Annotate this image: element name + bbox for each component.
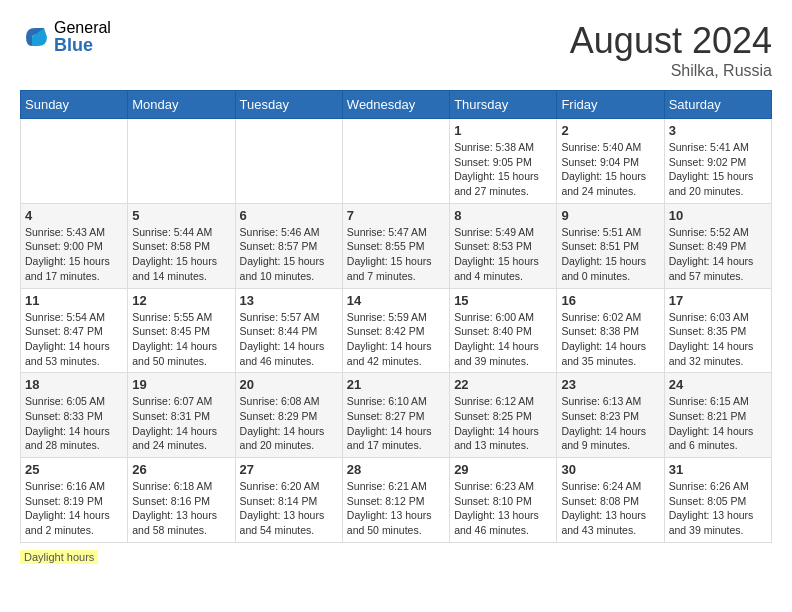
calendar-cell: 15Sunrise: 6:00 AM Sunset: 8:40 PM Dayli… bbox=[450, 288, 557, 373]
day-info: Sunrise: 5:41 AM Sunset: 9:02 PM Dayligh… bbox=[669, 140, 767, 199]
day-number: 17 bbox=[669, 293, 767, 308]
day-info: Sunrise: 5:52 AM Sunset: 8:49 PM Dayligh… bbox=[669, 225, 767, 284]
day-number: 10 bbox=[669, 208, 767, 223]
logo-general: General bbox=[54, 20, 111, 36]
day-number: 5 bbox=[132, 208, 230, 223]
day-info: Sunrise: 6:10 AM Sunset: 8:27 PM Dayligh… bbox=[347, 394, 445, 453]
calendar-cell: 4Sunrise: 5:43 AM Sunset: 9:00 PM Daylig… bbox=[21, 203, 128, 288]
calendar-cell: 23Sunrise: 6:13 AM Sunset: 8:23 PM Dayli… bbox=[557, 373, 664, 458]
day-info: Sunrise: 5:44 AM Sunset: 8:58 PM Dayligh… bbox=[132, 225, 230, 284]
calendar-week: 18Sunrise: 6:05 AM Sunset: 8:33 PM Dayli… bbox=[21, 373, 772, 458]
calendar-cell: 17Sunrise: 6:03 AM Sunset: 8:35 PM Dayli… bbox=[664, 288, 771, 373]
calendar-cell: 3Sunrise: 5:41 AM Sunset: 9:02 PM Daylig… bbox=[664, 119, 771, 204]
logo: General Blue bbox=[20, 20, 111, 54]
logo-text: General Blue bbox=[54, 20, 111, 54]
day-number: 3 bbox=[669, 123, 767, 138]
day-info: Sunrise: 5:40 AM Sunset: 9:04 PM Dayligh… bbox=[561, 140, 659, 199]
calendar-cell: 29Sunrise: 6:23 AM Sunset: 8:10 PM Dayli… bbox=[450, 458, 557, 543]
calendar-cell: 12Sunrise: 5:55 AM Sunset: 8:45 PM Dayli… bbox=[128, 288, 235, 373]
day-info: Sunrise: 6:13 AM Sunset: 8:23 PM Dayligh… bbox=[561, 394, 659, 453]
day-info: Sunrise: 6:16 AM Sunset: 8:19 PM Dayligh… bbox=[25, 479, 123, 538]
header-day: Thursday bbox=[450, 91, 557, 119]
day-info: Sunrise: 5:57 AM Sunset: 8:44 PM Dayligh… bbox=[240, 310, 338, 369]
day-number: 27 bbox=[240, 462, 338, 477]
day-number: 8 bbox=[454, 208, 552, 223]
calendar-week: 1Sunrise: 5:38 AM Sunset: 9:05 PM Daylig… bbox=[21, 119, 772, 204]
title-area: August 2024 Shilka, Russia bbox=[570, 20, 772, 80]
day-info: Sunrise: 5:59 AM Sunset: 8:42 PM Dayligh… bbox=[347, 310, 445, 369]
header-row: SundayMondayTuesdayWednesdayThursdayFrid… bbox=[21, 91, 772, 119]
day-number: 23 bbox=[561, 377, 659, 392]
calendar-cell: 2Sunrise: 5:40 AM Sunset: 9:04 PM Daylig… bbox=[557, 119, 664, 204]
day-info: Sunrise: 6:15 AM Sunset: 8:21 PM Dayligh… bbox=[669, 394, 767, 453]
day-number: 16 bbox=[561, 293, 659, 308]
day-info: Sunrise: 6:21 AM Sunset: 8:12 PM Dayligh… bbox=[347, 479, 445, 538]
calendar-cell: 21Sunrise: 6:10 AM Sunset: 8:27 PM Dayli… bbox=[342, 373, 449, 458]
day-info: Sunrise: 6:08 AM Sunset: 8:29 PM Dayligh… bbox=[240, 394, 338, 453]
day-info: Sunrise: 6:03 AM Sunset: 8:35 PM Dayligh… bbox=[669, 310, 767, 369]
day-info: Sunrise: 6:05 AM Sunset: 8:33 PM Dayligh… bbox=[25, 394, 123, 453]
day-info: Sunrise: 6:02 AM Sunset: 8:38 PM Dayligh… bbox=[561, 310, 659, 369]
calendar-cell: 20Sunrise: 6:08 AM Sunset: 8:29 PM Dayli… bbox=[235, 373, 342, 458]
day-info: Sunrise: 5:49 AM Sunset: 8:53 PM Dayligh… bbox=[454, 225, 552, 284]
day-info: Sunrise: 5:38 AM Sunset: 9:05 PM Dayligh… bbox=[454, 140, 552, 199]
day-number: 20 bbox=[240, 377, 338, 392]
day-number: 30 bbox=[561, 462, 659, 477]
day-info: Sunrise: 6:26 AM Sunset: 8:05 PM Dayligh… bbox=[669, 479, 767, 538]
calendar-week: 4Sunrise: 5:43 AM Sunset: 9:00 PM Daylig… bbox=[21, 203, 772, 288]
day-number: 25 bbox=[25, 462, 123, 477]
day-info: Sunrise: 6:07 AM Sunset: 8:31 PM Dayligh… bbox=[132, 394, 230, 453]
header-day: Friday bbox=[557, 91, 664, 119]
calendar-cell: 27Sunrise: 6:20 AM Sunset: 8:14 PM Dayli… bbox=[235, 458, 342, 543]
logo-blue: Blue bbox=[54, 36, 111, 54]
calendar-cell: 11Sunrise: 5:54 AM Sunset: 8:47 PM Dayli… bbox=[21, 288, 128, 373]
day-number: 18 bbox=[25, 377, 123, 392]
footer: Daylight hours bbox=[20, 551, 772, 563]
day-info: Sunrise: 5:47 AM Sunset: 8:55 PM Dayligh… bbox=[347, 225, 445, 284]
calendar-cell: 31Sunrise: 6:26 AM Sunset: 8:05 PM Dayli… bbox=[664, 458, 771, 543]
day-number: 6 bbox=[240, 208, 338, 223]
calendar-cell: 30Sunrise: 6:24 AM Sunset: 8:08 PM Dayli… bbox=[557, 458, 664, 543]
calendar-cell: 22Sunrise: 6:12 AM Sunset: 8:25 PM Dayli… bbox=[450, 373, 557, 458]
day-info: Sunrise: 6:20 AM Sunset: 8:14 PM Dayligh… bbox=[240, 479, 338, 538]
day-info: Sunrise: 5:54 AM Sunset: 8:47 PM Dayligh… bbox=[25, 310, 123, 369]
day-info: Sunrise: 6:12 AM Sunset: 8:25 PM Dayligh… bbox=[454, 394, 552, 453]
day-info: Sunrise: 5:46 AM Sunset: 8:57 PM Dayligh… bbox=[240, 225, 338, 284]
day-info: Sunrise: 5:51 AM Sunset: 8:51 PM Dayligh… bbox=[561, 225, 659, 284]
calendar-cell: 25Sunrise: 6:16 AM Sunset: 8:19 PM Dayli… bbox=[21, 458, 128, 543]
day-number: 26 bbox=[132, 462, 230, 477]
calendar-cell: 9Sunrise: 5:51 AM Sunset: 8:51 PM Daylig… bbox=[557, 203, 664, 288]
day-number: 2 bbox=[561, 123, 659, 138]
day-number: 7 bbox=[347, 208, 445, 223]
calendar-cell: 1Sunrise: 5:38 AM Sunset: 9:05 PM Daylig… bbox=[450, 119, 557, 204]
header-day: Sunday bbox=[21, 91, 128, 119]
day-number: 29 bbox=[454, 462, 552, 477]
calendar-cell bbox=[128, 119, 235, 204]
calendar-cell: 16Sunrise: 6:02 AM Sunset: 8:38 PM Dayli… bbox=[557, 288, 664, 373]
day-info: Sunrise: 5:43 AM Sunset: 9:00 PM Dayligh… bbox=[25, 225, 123, 284]
day-number: 11 bbox=[25, 293, 123, 308]
calendar-cell bbox=[21, 119, 128, 204]
calendar-cell: 6Sunrise: 5:46 AM Sunset: 8:57 PM Daylig… bbox=[235, 203, 342, 288]
day-number: 31 bbox=[669, 462, 767, 477]
day-number: 14 bbox=[347, 293, 445, 308]
location: Shilka, Russia bbox=[570, 62, 772, 80]
calendar-week: 25Sunrise: 6:16 AM Sunset: 8:19 PM Dayli… bbox=[21, 458, 772, 543]
calendar-cell bbox=[235, 119, 342, 204]
day-number: 9 bbox=[561, 208, 659, 223]
day-info: Sunrise: 6:18 AM Sunset: 8:16 PM Dayligh… bbox=[132, 479, 230, 538]
day-number: 4 bbox=[25, 208, 123, 223]
calendar-cell: 13Sunrise: 5:57 AM Sunset: 8:44 PM Dayli… bbox=[235, 288, 342, 373]
calendar-cell: 18Sunrise: 6:05 AM Sunset: 8:33 PM Dayli… bbox=[21, 373, 128, 458]
day-number: 21 bbox=[347, 377, 445, 392]
header-day: Wednesday bbox=[342, 91, 449, 119]
calendar-header: SundayMondayTuesdayWednesdayThursdayFrid… bbox=[21, 91, 772, 119]
day-number: 13 bbox=[240, 293, 338, 308]
daylight-label: Daylight hours bbox=[20, 550, 98, 564]
calendar-cell: 5Sunrise: 5:44 AM Sunset: 8:58 PM Daylig… bbox=[128, 203, 235, 288]
calendar-week: 11Sunrise: 5:54 AM Sunset: 8:47 PM Dayli… bbox=[21, 288, 772, 373]
logo-icon bbox=[20, 22, 50, 52]
month-year: August 2024 bbox=[570, 20, 772, 62]
day-number: 1 bbox=[454, 123, 552, 138]
calendar-cell: 8Sunrise: 5:49 AM Sunset: 8:53 PM Daylig… bbox=[450, 203, 557, 288]
